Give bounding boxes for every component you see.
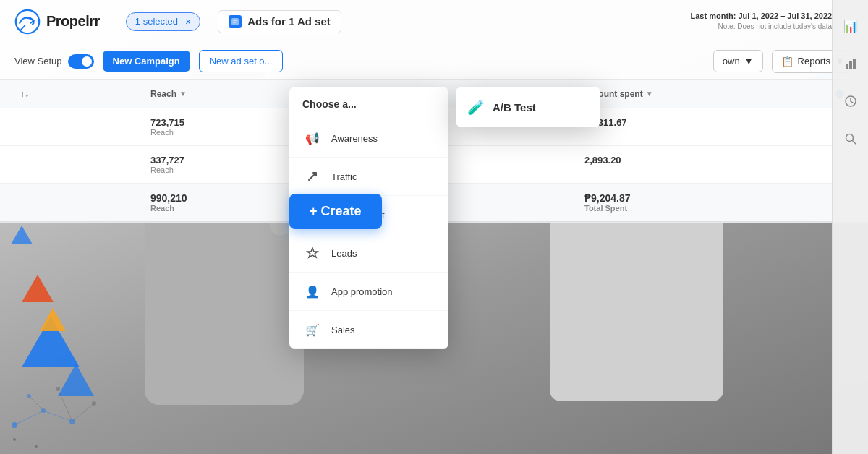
svg-line-10 [29, 396, 43, 411]
svg-line-26 [21, 25, 25, 29]
selected-badge[interactable]: 1 selected × [126, 12, 200, 31]
svg-point-6 [13, 438, 16, 441]
svg-rect-33 [849, 61, 852, 69]
sales-icon: 🛒 [302, 320, 323, 340]
flask-icon: 🧪 [467, 98, 485, 116]
analytics-icon-button[interactable]: 📊 [839, 14, 862, 38]
chart-bar-icon-button[interactable] [839, 52, 862, 75]
view-setup-label: View Setup [14, 56, 62, 67]
search-icon-button[interactable] [839, 127, 862, 150]
toolbar-row: View Setup New Campaign New ad set o... … [0, 43, 868, 80]
row1-col5 [694, 108, 825, 145]
svg-point-25 [16, 9, 39, 33]
selected-close-button[interactable]: × [185, 16, 191, 27]
ads-icon [229, 15, 242, 28]
totals-col5 [694, 184, 825, 221]
app-promotion-icon: 👤 [302, 281, 323, 301]
top-bar: Propelrr 1 selected × Ads for 1 Ad set L… [0, 0, 868, 43]
view-setup: View Setup [14, 54, 94, 69]
ab-test-header: 🧪 A/B Test [467, 98, 589, 116]
app-promotion-label: App promotion [331, 286, 393, 297]
create-button[interactable]: + Create [289, 194, 382, 229]
sales-label: Sales [331, 325, 355, 335]
totals-col1 [14, 184, 145, 221]
svg-line-37 [852, 141, 856, 145]
leads-option[interactable]: Leads [289, 234, 448, 273]
amount-sort-icon: ▼ [646, 90, 653, 98]
traffic-label: Traffic [331, 171, 357, 182]
create-button-container: + Create [289, 194, 382, 229]
logo-text: Propelrr [46, 13, 100, 30]
reach-sort-icon: ▼ [179, 90, 187, 98]
ab-test-label: A/B Test [493, 101, 536, 113]
selected-count: 1 selected [135, 16, 178, 27]
breakdown-dropdown[interactable]: own ▼ [713, 50, 763, 72]
bar-chart-icon [844, 57, 857, 70]
svg-line-12 [72, 403, 94, 421]
svg-rect-34 [853, 59, 856, 69]
leads-label: Leads [331, 248, 357, 259]
search-icon [844, 132, 857, 145]
new-campaign-button[interactable]: New Campaign [103, 51, 190, 72]
ad-set-icon [231, 17, 239, 26]
ab-test-panel[interactable]: 🧪 A/B Test [456, 87, 600, 127]
reports-label: Reports [798, 56, 831, 67]
row1-col1 [14, 108, 145, 145]
app-promotion-option[interactable]: 👤 App promotion [289, 273, 448, 311]
clock-icon-button[interactable] [839, 90, 862, 113]
row2-col1 [14, 146, 145, 183]
reports-icon: 📋 [781, 56, 793, 67]
svg-point-7 [35, 445, 38, 448]
new-adset-button[interactable]: New ad set o... [199, 50, 284, 72]
traffic-icon [302, 166, 323, 187]
ads-for-badge: Ads for 1 Ad set [218, 10, 341, 33]
clock-icon [844, 95, 857, 108]
svg-rect-32 [846, 64, 848, 69]
col-header-extra [694, 80, 825, 108]
svg-line-8 [14, 411, 43, 425]
awareness-option[interactable]: 📢 Awareness [289, 119, 448, 158]
awareness-label: Awareness [331, 133, 378, 144]
row2-col5 [694, 146, 825, 183]
network-dots-decoration [0, 309, 116, 454]
traffic-option[interactable]: Traffic [289, 158, 448, 196]
view-setup-toggle[interactable] [68, 54, 94, 69]
awareness-icon: 📢 [302, 128, 323, 148]
right-icon-panel: 📊 [832, 0, 868, 454]
col-header-name: ↑↓ [14, 80, 145, 108]
breakdown-label: own [723, 56, 740, 67]
date-info: Last month: Jul 1, 2022 – Jul 31, 2022 N… [690, 11, 832, 32]
date-range-label: Last month: Jul 1, 2022 – Jul 31, 2022 [690, 11, 832, 22]
svg-rect-28 [233, 20, 237, 21]
svg-rect-29 [233, 22, 236, 23]
date-note-label: Note: Does not include today's data [690, 22, 832, 32]
sales-option[interactable]: 🛒 Sales [289, 311, 448, 349]
breakdown-chevron: ▼ [744, 56, 754, 67]
ads-for-label: Ads for 1 Ad set [247, 15, 330, 27]
logo-area: Propelrr [14, 9, 100, 35]
propelrr-logo-icon [14, 9, 41, 35]
campaign-panel-header: Choose a... [289, 87, 448, 119]
leads-icon [302, 243, 323, 263]
